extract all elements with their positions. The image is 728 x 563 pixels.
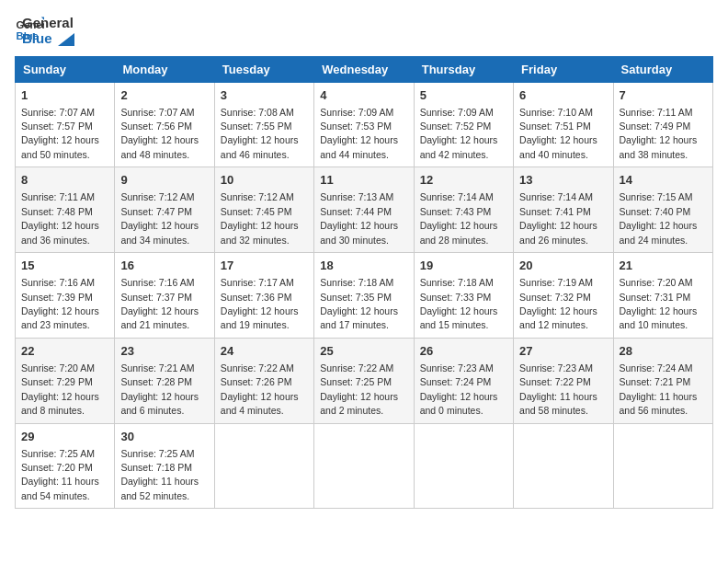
day-cell-3: 3 Sunrise: 7:08 AM Sunset: 7:55 PM Dayli…: [214, 82, 313, 167]
day-number: 10: [221, 172, 308, 189]
day-number: 17: [221, 258, 308, 274]
day-sunrise: Sunrise: 7:12 AM: [221, 191, 294, 202]
day-cell-14: 14 Sunrise: 7:15 AM Sunset: 7:40 PM Dayl…: [613, 167, 712, 253]
day-number: 15: [21, 258, 108, 274]
day-sunrise: Sunrise: 7:07 AM: [120, 107, 194, 118]
logo: General Blue General Blue: [15, 15, 74, 47]
week-row-4: 22 Sunrise: 7:20 AM Sunset: 7:29 PM Dayl…: [16, 338, 713, 423]
day-daylight-label: Daylight: 12 hours and 46 minutes.: [221, 134, 299, 159]
day-cell-16: 16 Sunrise: 7:16 AM Sunset: 7:37 PM Dayl…: [115, 253, 214, 339]
week-row-1: 1 Sunrise: 7:07 AM Sunset: 7:57 PM Dayli…: [16, 82, 713, 167]
day-daylight-label: Daylight: 12 hours and 21 minutes.: [120, 305, 199, 330]
day-number: 26: [420, 343, 507, 360]
day-number: 18: [320, 258, 407, 274]
day-daylight-label: Daylight: 11 hours and 56 minutes.: [620, 391, 698, 416]
day-sunset: Sunset: 7:25 PM: [320, 376, 392, 387]
day-cell-8: 8 Sunrise: 7:11 AM Sunset: 7:48 PM Dayli…: [16, 167, 115, 253]
empty-cell-w4c6: [613, 423, 712, 509]
day-cell-19: 19 Sunrise: 7:18 AM Sunset: 7:33 PM Dayl…: [414, 253, 513, 339]
header-thursday: Thursday: [414, 56, 513, 82]
day-sunset: Sunset: 7:51 PM: [519, 121, 591, 132]
week-row-2: 8 Sunrise: 7:11 AM Sunset: 7:48 PM Dayli…: [16, 167, 713, 253]
day-cell-22: 22 Sunrise: 7:20 AM Sunset: 7:29 PM Dayl…: [16, 338, 115, 423]
svg-marker-3: [58, 33, 74, 46]
day-daylight-label: Daylight: 12 hours and 12 minutes.: [519, 305, 597, 330]
day-number: 24: [221, 343, 308, 360]
day-sunrise: Sunrise: 7:22 AM: [320, 362, 393, 373]
day-number: 2: [120, 87, 208, 104]
day-cell-26: 26 Sunrise: 7:23 AM Sunset: 7:24 PM Dayl…: [414, 338, 513, 423]
day-cell-21: 21 Sunrise: 7:20 AM Sunset: 7:31 PM Dayl…: [613, 253, 712, 339]
page-header: General Blue General Blue: [15, 15, 713, 47]
day-sunrise: Sunrise: 7:14 AM: [519, 191, 593, 202]
day-sunset: Sunset: 7:37 PM: [120, 292, 192, 303]
day-number: 29: [21, 429, 108, 445]
day-number: 25: [320, 343, 407, 360]
header-monday: Monday: [115, 56, 214, 82]
day-sunset: Sunset: 7:49 PM: [620, 121, 691, 132]
week-row-5: 29 Sunrise: 7:25 AM Sunset: 7:20 PM Dayl…: [16, 423, 713, 509]
day-daylight-label: Daylight: 12 hours and 50 minutes.: [21, 134, 99, 159]
day-cell-28: 28 Sunrise: 7:24 AM Sunset: 7:21 PM Dayl…: [613, 338, 712, 423]
day-sunset: Sunset: 7:21 PM: [620, 376, 691, 387]
day-sunrise: Sunrise: 7:20 AM: [21, 362, 95, 373]
day-cell-17: 17 Sunrise: 7:17 AM Sunset: 7:36 PM Dayl…: [214, 253, 313, 339]
day-sunrise: Sunrise: 7:12 AM: [120, 191, 194, 202]
day-sunrise: Sunrise: 7:25 AM: [120, 448, 194, 459]
day-sunset: Sunset: 7:57 PM: [21, 121, 93, 132]
day-number: 3: [221, 87, 308, 104]
day-cell-5: 5 Sunrise: 7:09 AM Sunset: 7:52 PM Dayli…: [414, 82, 513, 167]
week-row-3: 15 Sunrise: 7:16 AM Sunset: 7:39 PM Dayl…: [16, 253, 713, 339]
day-sunset: Sunset: 7:55 PM: [221, 121, 292, 132]
day-daylight-label: Daylight: 12 hours and 32 minutes.: [221, 220, 299, 245]
day-sunrise: Sunrise: 7:16 AM: [120, 277, 194, 288]
day-cell-13: 13 Sunrise: 7:14 AM Sunset: 7:41 PM Dayl…: [514, 167, 613, 253]
header-tuesday: Tuesday: [214, 56, 313, 82]
empty-cell-w4c5: [514, 423, 613, 509]
day-number: 30: [120, 429, 208, 445]
day-sunset: Sunset: 7:20 PM: [21, 462, 93, 473]
day-cell-1: 1 Sunrise: 7:07 AM Sunset: 7:57 PM Dayli…: [16, 82, 115, 167]
header-saturday: Saturday: [613, 56, 712, 82]
day-number: 19: [420, 258, 507, 274]
day-sunrise: Sunrise: 7:14 AM: [420, 191, 494, 202]
header-sunday: Sunday: [16, 56, 115, 82]
day-sunrise: Sunrise: 7:11 AM: [620, 107, 693, 118]
day-sunset: Sunset: 7:56 PM: [120, 121, 192, 132]
day-number: 27: [519, 343, 607, 360]
day-sunrise: Sunrise: 7:18 AM: [320, 277, 393, 288]
day-cell-20: 20 Sunrise: 7:19 AM Sunset: 7:32 PM Dayl…: [514, 253, 613, 339]
day-cell-9: 9 Sunrise: 7:12 AM Sunset: 7:47 PM Dayli…: [115, 167, 214, 253]
day-number: 8: [21, 172, 108, 189]
day-cell-4: 4 Sunrise: 7:09 AM Sunset: 7:53 PM Dayli…: [314, 82, 414, 167]
day-sunset: Sunset: 7:24 PM: [420, 376, 492, 387]
day-sunset: Sunset: 7:40 PM: [620, 206, 691, 217]
day-daylight-label: Daylight: 12 hours and 6 minutes.: [120, 391, 199, 416]
day-cell-30: 30 Sunrise: 7:25 AM Sunset: 7:18 PM Dayl…: [115, 423, 214, 509]
day-cell-18: 18 Sunrise: 7:18 AM Sunset: 7:35 PM Dayl…: [314, 253, 414, 339]
day-sunset: Sunset: 7:33 PM: [420, 292, 492, 303]
day-daylight-label: Daylight: 12 hours and 30 minutes.: [320, 220, 398, 245]
header-wednesday: Wednesday: [314, 56, 414, 82]
day-daylight-label: Daylight: 12 hours and 17 minutes.: [320, 305, 398, 330]
header-friday: Friday: [514, 56, 613, 82]
day-cell-12: 12 Sunrise: 7:14 AM Sunset: 7:43 PM Dayl…: [414, 167, 513, 253]
day-sunset: Sunset: 7:35 PM: [320, 292, 392, 303]
day-sunset: Sunset: 7:47 PM: [120, 206, 192, 217]
day-number: 1: [21, 87, 108, 104]
day-sunset: Sunset: 7:41 PM: [519, 206, 591, 217]
day-sunrise: Sunrise: 7:24 AM: [620, 362, 693, 373]
day-sunrise: Sunrise: 7:23 AM: [519, 362, 593, 373]
day-sunrise: Sunrise: 7:20 AM: [620, 277, 693, 288]
day-daylight-label: Daylight: 12 hours and 40 minutes.: [519, 134, 597, 159]
day-sunrise: Sunrise: 7:07 AM: [21, 107, 95, 118]
calendar-table: SundayMondayTuesdayWednesdayThursdayFrid…: [15, 56, 713, 510]
day-sunset: Sunset: 7:26 PM: [221, 376, 292, 387]
day-sunset: Sunset: 7:53 PM: [320, 121, 392, 132]
day-number: 13: [519, 172, 607, 189]
day-number: 21: [620, 258, 707, 274]
day-sunrise: Sunrise: 7:19 AM: [519, 277, 593, 288]
day-daylight-label: Daylight: 12 hours and 26 minutes.: [519, 220, 597, 245]
day-daylight-label: Daylight: 12 hours and 8 minutes.: [21, 391, 99, 416]
day-cell-11: 11 Sunrise: 7:13 AM Sunset: 7:44 PM Dayl…: [314, 167, 414, 253]
